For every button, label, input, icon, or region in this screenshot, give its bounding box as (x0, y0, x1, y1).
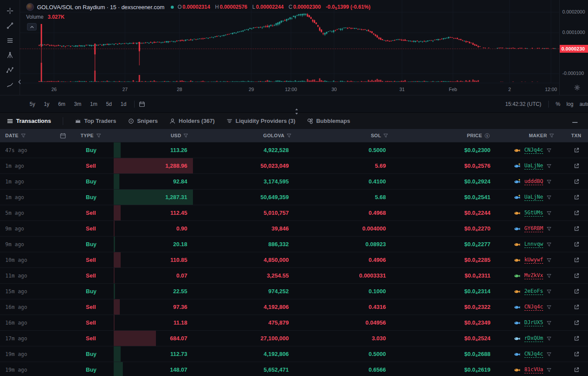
parallel-lines-tool-icon[interactable] (0, 33, 20, 48)
transaction-row[interactable]: 17m ago Sell 684.07 27,100,000 3.030 $0.… (0, 330, 588, 346)
tab-liquidity-providers[interactable]: Liquidity Providers (3) (226, 118, 295, 124)
maker-filter-icon[interactable] (547, 289, 551, 294)
trendline-tool-icon[interactable] (0, 18, 20, 33)
maker-filter-icon[interactable] (547, 352, 551, 356)
transaction-row[interactable]: 1m ago Sell 1,288.96 50,023,049 5.69 $0.… (0, 158, 588, 173)
maker-address-link[interactable]: 5GtUMs (524, 210, 543, 217)
pattern-tool-icon[interactable] (0, 63, 20, 78)
collapse-legend-button[interactable] (27, 23, 37, 30)
external-link-icon[interactable] (574, 241, 579, 247)
percent-scale-button[interactable]: % (556, 101, 561, 107)
maker-filter-icon[interactable] (547, 227, 551, 231)
range-6m-button[interactable]: 6m (54, 100, 69, 108)
range-3m-button[interactable]: 3m (71, 100, 85, 108)
range-5d-button[interactable]: 5d (102, 100, 115, 108)
external-link-icon[interactable] (574, 179, 579, 184)
external-link-icon[interactable] (574, 288, 579, 294)
transaction-row[interactable]: 15m ago Buy 22.55 974,252 0.1000 $0.0423… (0, 283, 588, 299)
chart-clock[interactable]: 15:42:32 (UTC) (505, 101, 541, 107)
transaction-row[interactable]: 5m ago Sell 112.45 5,010,757 0.4968 $0.0… (0, 205, 588, 220)
maker-address-link[interactable]: GY6RBM (524, 225, 543, 232)
tab-top-traders[interactable]: Top Traders (75, 118, 116, 124)
transaction-row[interactable]: 1m ago Buy 92.84 3,174,595 0.4100 $0.042… (0, 173, 588, 189)
external-link-icon[interactable] (574, 320, 579, 325)
external-link-icon[interactable] (574, 273, 579, 278)
maker-filter-icon[interactable] (547, 368, 551, 372)
sol-filter-icon[interactable] (383, 133, 388, 138)
transaction-row[interactable]: 16m ago Sell 11.18 475,879 0.04956 $0.04… (0, 315, 588, 330)
maker-address-link[interactable]: UaLjNe (524, 194, 543, 201)
external-link-icon[interactable] (574, 257, 579, 263)
transaction-row[interactable]: 9m ago Sell 0.90 39,846 0.004000 $0.0422… (0, 220, 588, 236)
maker-filter-icon[interactable] (547, 321, 551, 325)
maker-address-link[interactable]: 2eEoFs (524, 288, 543, 295)
type-filter-icon[interactable] (96, 133, 101, 138)
maker-filter-icon[interactable] (547, 336, 551, 341)
range-1d-button[interactable]: 1d (117, 100, 130, 108)
maker-address-link[interactable]: 81cVUa (524, 366, 543, 373)
maker-filter-icon[interactable] (547, 164, 551, 168)
tab-bubblemaps[interactable]: Bubblemaps (307, 118, 350, 124)
maker-address-link[interactable]: UaLjNe (524, 163, 543, 169)
external-link-icon[interactable] (574, 210, 579, 216)
date-calendar-icon[interactable] (60, 133, 66, 139)
external-link-icon[interactable] (574, 351, 579, 357)
tab-transactions[interactable]: Transactions (7, 118, 51, 124)
tx-maker: 5GtUMs (493, 205, 564, 220)
external-link-icon[interactable] (574, 367, 579, 373)
chart-settings-gear-icon[interactable] (574, 85, 580, 92)
maker-filter-icon[interactable] (547, 258, 551, 262)
maker-filter-icon[interactable] (547, 211, 551, 215)
crosshair-tool-icon[interactable] (0, 3, 20, 18)
transaction-row[interactable]: 9m ago Buy 20.18 886,332 0.08923 $0.0422… (0, 236, 588, 252)
auto-scale-button[interactable]: auto (579, 101, 588, 107)
transaction-row[interactable]: 11m ago Sell 0.07 3,254.55 0.0003331 $0.… (0, 268, 588, 283)
external-link-icon[interactable] (574, 147, 579, 153)
maker-address-link[interactable]: CNJq4c (524, 304, 543, 311)
transaction-row[interactable]: 19m ago Buy 148.07 5,652,471 0.6566 $0.0… (0, 362, 588, 376)
toolbar-collapse-icon[interactable] (18, 78, 21, 86)
log-scale-button[interactable]: log (566, 101, 573, 107)
maker-filter-icon[interactable] (547, 305, 551, 309)
maker-address-link[interactable]: CNJq4c (524, 147, 543, 154)
transaction-row[interactable]: 10m ago Sell 110.85 4,850,000 0.4906 $0.… (0, 252, 588, 268)
range-1m-button[interactable]: 1m (87, 100, 101, 108)
maker-filter-icon[interactable] (547, 242, 551, 247)
maker-filter-icon[interactable] (547, 180, 551, 184)
maker-address-link[interactable]: kUwywf (524, 257, 543, 264)
external-link-icon[interactable] (574, 163, 579, 169)
range-1y-button[interactable]: 1y (41, 100, 53, 108)
external-link-icon[interactable] (574, 194, 579, 200)
pitchfork-tool-icon[interactable] (0, 48, 20, 63)
transaction-row[interactable]: 1m ago Buy 1,287.31 50,649,359 5.68 $0.0… (0, 189, 588, 205)
golova-filter-icon[interactable] (287, 133, 291, 138)
transaction-row[interactable]: 16m ago Sell 97.36 4,192,806 0.4316 $0.0… (0, 299, 588, 315)
maker-address-link[interactable]: MvZkVx (524, 272, 543, 279)
price-currency-toggle-icon[interactable]: $ (484, 133, 490, 139)
maker-filter-icon[interactable] (547, 195, 551, 200)
maker-address-link[interactable]: rDxQUm (524, 335, 543, 342)
external-link-icon[interactable] (574, 304, 579, 310)
date-filter-icon[interactable] (21, 133, 26, 138)
transaction-row[interactable]: 19m ago Buy 112.73 4,192,806 0.5000 $0.0… (0, 346, 588, 362)
tab-snipers[interactable]: Snipers (128, 118, 158, 124)
transaction-row[interactable]: 47s ago Buy 113.26 4,922,528 0.5000 $0.0… (0, 142, 588, 158)
maker-filter-icon[interactable] (547, 274, 551, 278)
time-axis[interactable]: 2627282912:003031Feb212:00 (0, 83, 559, 95)
panel-resize-handle[interactable] (294, 108, 299, 116)
usd-filter-icon[interactable] (183, 133, 188, 138)
minimize-panel-button[interactable] (569, 115, 581, 127)
maker-address-link[interactable]: DJrUX5 (524, 319, 543, 326)
brush-tool-icon[interactable] (0, 78, 20, 92)
maker-filter-header-icon[interactable] (549, 133, 554, 138)
maker-address-link[interactable]: CNJq4c (524, 351, 543, 358)
range-5y-button[interactable]: 5y (26, 100, 39, 108)
go-to-date-icon[interactable] (139, 101, 145, 107)
tab-holders[interactable]: Holders (367) (169, 118, 214, 124)
maker-filter-icon[interactable] (547, 148, 551, 152)
maker-address-link[interactable]: udddBQ (524, 178, 543, 185)
price-axis[interactable]: 0.0002000 0.0001000 0.0000230 -0.000100 (559, 0, 588, 95)
external-link-icon[interactable] (574, 226, 579, 231)
external-link-icon[interactable] (574, 335, 579, 341)
maker-address-link[interactable]: Lnnvqw (524, 241, 543, 248)
